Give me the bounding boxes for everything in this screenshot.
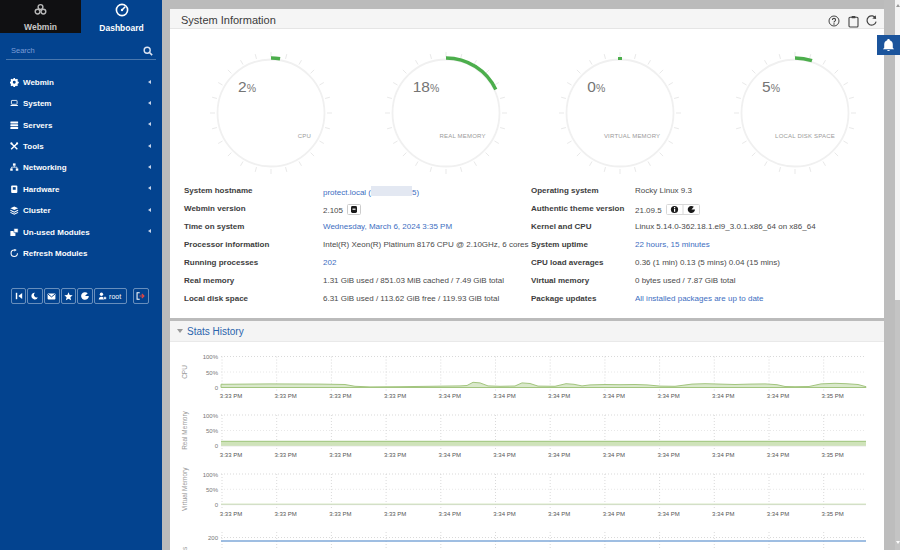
svg-text:3:34 PM: 3:34 PM [767, 393, 789, 399]
svg-text:3:33 PM: 3:33 PM [384, 393, 406, 399]
svg-text:50%: 50% [206, 370, 219, 376]
svg-text:3:33 PM: 3:33 PM [329, 511, 351, 517]
svg-text:3:33 PM: 3:33 PM [329, 452, 351, 458]
svg-text:3:34 PM: 3:34 PM [657, 511, 679, 517]
svg-text:3:35 PM: 3:35 PM [822, 393, 844, 399]
svg-text:3:33 PM: 3:33 PM [220, 511, 242, 517]
svg-text:100%: 100% [203, 354, 219, 360]
svg-text:3:34 PM: 3:34 PM [493, 452, 515, 458]
svg-text:3:34 PM: 3:34 PM [657, 393, 679, 399]
svg-text:0: 0 [215, 502, 219, 508]
svg-text:100%: 100% [203, 472, 219, 478]
svg-text:3:35 PM: 3:35 PM [822, 452, 844, 458]
svg-text:3:33 PM: 3:33 PM [329, 393, 351, 399]
svg-text:3:34 PM: 3:34 PM [439, 452, 461, 458]
svg-text:3:34 PM: 3:34 PM [548, 452, 570, 458]
svg-text:Processes: Processes [181, 546, 188, 550]
svg-text:3:34 PM: 3:34 PM [712, 393, 734, 399]
svg-text:3:34 PM: 3:34 PM [439, 393, 461, 399]
svg-text:3:33 PM: 3:33 PM [220, 452, 242, 458]
svg-text:3:34 PM: 3:34 PM [603, 452, 625, 458]
svg-text:3:34 PM: 3:34 PM [548, 511, 570, 517]
svg-text:3:34 PM: 3:34 PM [548, 393, 570, 399]
svg-text:50%: 50% [206, 487, 219, 493]
svg-text:3:34 PM: 3:34 PM [603, 393, 625, 399]
svg-text:3:34 PM: 3:34 PM [712, 452, 734, 458]
svg-text:3:34 PM: 3:34 PM [767, 452, 789, 458]
svg-text:0: 0 [215, 385, 219, 391]
svg-text:3:33 PM: 3:33 PM [220, 393, 242, 399]
svg-text:3:33 PM: 3:33 PM [384, 452, 406, 458]
svg-text:200: 200 [208, 535, 219, 541]
svg-text:3:33 PM: 3:33 PM [275, 393, 297, 399]
svg-text:3:34 PM: 3:34 PM [657, 452, 679, 458]
svg-text:3:34 PM: 3:34 PM [603, 511, 625, 517]
svg-text:3:35 PM: 3:35 PM [822, 511, 844, 517]
svg-text:3:33 PM: 3:33 PM [384, 511, 406, 517]
svg-text:3:34 PM: 3:34 PM [767, 511, 789, 517]
svg-text:Real Memory: Real Memory [181, 410, 189, 449]
svg-text:3:34 PM: 3:34 PM [493, 393, 515, 399]
svg-text:3:34 PM: 3:34 PM [493, 511, 515, 517]
svg-text:50%: 50% [206, 428, 219, 434]
svg-text:3:34 PM: 3:34 PM [712, 511, 734, 517]
svg-text:3:34 PM: 3:34 PM [439, 511, 461, 517]
svg-text:0: 0 [215, 443, 219, 449]
svg-text:3:33 PM: 3:33 PM [275, 511, 297, 517]
svg-text:CPU: CPU [181, 365, 188, 379]
svg-text:Virtual Memory: Virtual Memory [181, 467, 189, 511]
svg-text:3:33 PM: 3:33 PM [275, 452, 297, 458]
svg-text:100%: 100% [203, 413, 219, 419]
